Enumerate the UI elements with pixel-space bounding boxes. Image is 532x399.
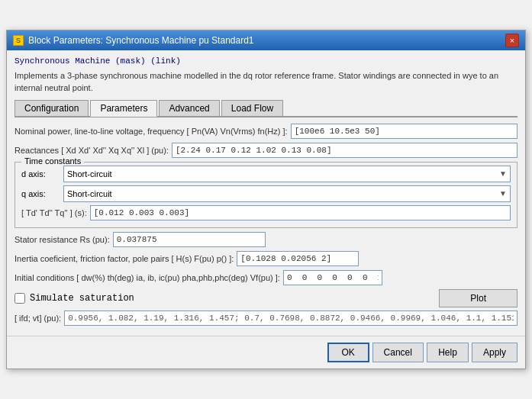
- tab-parameters[interactable]: Parameters: [90, 100, 157, 117]
- q-axis-label: q axis:: [21, 189, 63, 198]
- d-axis-value: Short-circuit: [67, 169, 112, 179]
- td-row: [ Td' Td'' Tq'' ] (s):: [21, 205, 511, 220]
- title-bar: S Block Parameters: Synchronous Machine …: [7, 31, 525, 50]
- plot-button[interactable]: Plot: [439, 289, 517, 307]
- stator-label: Stator resistance Rs (pu):: [15, 235, 110, 244]
- inertia-label: Inertia coeficient, friction factor, pol…: [15, 254, 234, 263]
- initial-conditions-row: Initial conditions [ dw(%) th(deg) ia, i…: [15, 270, 517, 285]
- simulate-saturation-label: Simulate saturation: [30, 293, 134, 304]
- reactances-input[interactable]: [172, 143, 517, 158]
- window-icon: S: [13, 35, 24, 46]
- q-axis-arrow: ▼: [499, 189, 507, 198]
- d-axis-row: d axis: Short-circuit ▼: [21, 166, 511, 182]
- inertia-input[interactable]: [237, 251, 359, 266]
- nominal-power-row: Nominal power, line-to-line voltage, fre…: [15, 124, 517, 139]
- reactances-label: Reactances [ Xd Xd' Xd'' Xq Xq'' Xl ] (p…: [15, 146, 169, 155]
- td-input[interactable]: [90, 205, 511, 220]
- stator-row: Stator resistance Rs (pu):: [15, 232, 517, 247]
- nominal-power-input[interactable]: [291, 124, 517, 139]
- time-constants-group: Time constants d axis: Short-circuit ▼ q…: [15, 162, 517, 228]
- d-axis-label: d axis:: [21, 169, 63, 179]
- nominal-power-label: Nominal power, line-to-line voltage, fre…: [15, 127, 288, 136]
- inertia-row: Inertia coeficient, friction factor, pol…: [15, 251, 517, 266]
- ok-button[interactable]: OK: [327, 343, 369, 362]
- tab-configuration[interactable]: Configuration: [15, 100, 89, 116]
- reactances-row: Reactances [ Xd Xd' Xd'' Xq Xq'' Xl ] (p…: [15, 143, 517, 158]
- ifd-input[interactable]: [64, 311, 517, 326]
- button-bar: OK Cancel Help Apply: [7, 336, 525, 368]
- close-button[interactable]: ×: [505, 34, 519, 47]
- apply-button[interactable]: Apply: [472, 343, 517, 362]
- main-window: S Block Parameters: Synchronous Machine …: [6, 30, 526, 369]
- window-title: Block Parameters: Synchronous Machine pu…: [28, 35, 254, 46]
- q-axis-dropdown[interactable]: Short-circuit ▼: [63, 185, 511, 202]
- d-axis-dropdown[interactable]: Short-circuit ▼: [63, 166, 511, 182]
- description: Implements a 3-phase synchronous machine…: [15, 70, 517, 94]
- td-label: [ Td' Td'' Tq'' ] (s):: [21, 208, 87, 217]
- initial-conditions-label: Initial conditions [ dw(%) th(deg) ia, i…: [15, 273, 280, 282]
- tab-bar: Configuration Parameters Advanced Load F…: [15, 100, 517, 117]
- simulate-saturation-checkbox[interactable]: [15, 293, 25, 304]
- help-button[interactable]: Help: [427, 343, 469, 362]
- q-axis-value: Short-circuit: [67, 189, 112, 198]
- simulate-saturation-row: Simulate saturation: [15, 293, 134, 304]
- bottom-row: Simulate saturation Plot: [15, 289, 517, 307]
- ifd-row: [ ifd; vt] (pu):: [15, 311, 517, 326]
- q-axis-row: q axis: Short-circuit ▼: [21, 185, 511, 202]
- title-bar-left: S Block Parameters: Synchronous Machine …: [13, 35, 254, 46]
- tab-load-flow[interactable]: Load Flow: [221, 100, 283, 116]
- subtitle: Synchronous Machine (mask) (link): [15, 56, 517, 66]
- time-constants-label: Time constants: [21, 156, 84, 166]
- ifd-label: [ ifd; vt] (pu):: [15, 314, 61, 323]
- cancel-button[interactable]: Cancel: [372, 343, 424, 362]
- stator-input[interactable]: [113, 232, 266, 247]
- initial-conditions-input[interactable]: [283, 270, 382, 285]
- content-area: Synchronous Machine (mask) (link) Implem…: [7, 50, 525, 336]
- tab-advanced[interactable]: Advanced: [159, 100, 219, 116]
- d-axis-arrow: ▼: [499, 169, 507, 178]
